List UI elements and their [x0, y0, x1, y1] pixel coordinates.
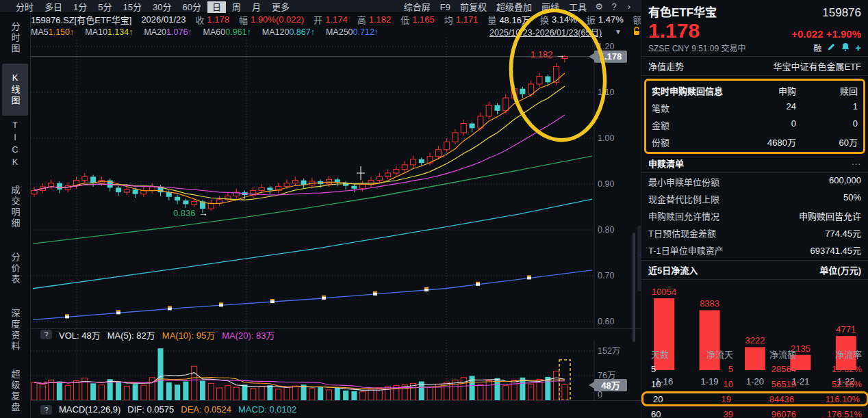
- nav-trend-label: 净值走势: [648, 60, 684, 73]
- stat-label: 开: [314, 13, 322, 26]
- sidebar-item-超级复盘[interactable]: 超级复盘: [2, 365, 28, 418]
- edit-icon[interactable]: [827, 42, 836, 53]
- ma-MA60: MA600.961↑: [203, 27, 251, 37]
- ma-label: MA5: [31, 27, 49, 37]
- stat-label: 高: [357, 13, 366, 26]
- subscribe-list-row: T-1日单位申赎资产693741.45元: [641, 241, 868, 259]
- sidebar-item-成交明细[interactable]: 成交明细: [2, 173, 28, 241]
- stat-收: 收1.178: [195, 13, 229, 26]
- stat-label: 均: [444, 13, 453, 26]
- stat-value: 1.182: [369, 14, 392, 25]
- volume-help-icon[interactable]: ?: [40, 330, 52, 339]
- ma-label: MA120: [262, 27, 290, 37]
- alert-bell-icon[interactable]: [841, 42, 850, 53]
- volume-chart[interactable]: 152万76万048万: [31, 340, 641, 400]
- ma-MA5: MA51.150↑: [31, 27, 74, 37]
- toolbar-画线[interactable]: 画线: [537, 1, 564, 13]
- toolbar-前复权[interactable]: 前复权: [455, 1, 492, 13]
- kline-chart[interactable]: 1.201.101.000.900.800.700.601.182→0.836→…: [31, 38, 641, 328]
- ma-value: 0.712↑: [353, 27, 379, 37]
- tab-30分[interactable]: 30分: [148, 1, 176, 13]
- ma-value: 0.961↑: [225, 27, 251, 37]
- net-inflow-table-row: 603996076176.51%: [641, 406, 868, 418]
- svg-text:0.70: 0.70: [598, 271, 614, 280]
- stat-开: 开1.174: [314, 13, 348, 26]
- realtime-box-row: 笔数241: [652, 99, 858, 116]
- subscribe-list-row: 申购赎回允许情况申购赎回皆允许: [641, 207, 868, 224]
- ma-values-row: MA51.150↑MA101.134↑MA201.076↑MA600.961↑M…: [31, 26, 641, 38]
- net-inflow-table-row: 10105651052.16%: [641, 376, 868, 391]
- date-range-selector[interactable]: 2025/10/23-2026/01/23(65日): [489, 25, 602, 38]
- nav-row[interactable]: 净值走势 华宝中证有色金属ETF: [641, 56, 868, 76]
- lock-icon[interactable]: [633, 27, 641, 38]
- stock-code-name: 159876.SZ[有色ETF华宝]: [31, 13, 131, 26]
- svg-text:152万: 152万: [598, 346, 620, 356]
- subscribe-list-row: 现金替代比例上限50%: [641, 190, 868, 207]
- chart-scrollbar[interactable]: [633, 233, 635, 342]
- stat-换: 换3.14%: [540, 13, 577, 26]
- net-inflow-header: 近5日净流入 单位(万元): [641, 260, 868, 280]
- sidebar-item-TICK[interactable]: TICK: [2, 116, 28, 173]
- sidebar-item-K线图[interactable]: K线图: [2, 64, 28, 116]
- svg-text:0: 0: [598, 390, 602, 400]
- svg-text:76万: 76万: [598, 371, 615, 380]
- svg-text:4771: 4771: [836, 324, 856, 335]
- add-watchlist-icon[interactable]: +: [855, 42, 861, 53]
- net-inflow-table: 天数净流天净流额净流率 552856419.62% 10105651052.16…: [641, 346, 868, 418]
- chevron-right-icon[interactable]: ›: [624, 1, 635, 12]
- stat-value: 1.174: [325, 14, 348, 25]
- svg-text:1.00: 1.00: [598, 133, 614, 143]
- subscribe-list-header: 申赎清单 ...: [641, 154, 868, 173]
- stat-label: 收: [195, 13, 204, 26]
- svg-text:8383: 8383: [700, 298, 719, 309]
- gear-icon[interactable]: ⚙: [593, 1, 604, 12]
- tab-60分[interactable]: 60分: [177, 1, 205, 13]
- stat-均: 均1.171: [444, 13, 478, 26]
- toolbar-F9[interactable]: F9: [435, 1, 455, 13]
- toolbar-工具[interactable]: 工具: [564, 1, 591, 13]
- sidebar-item-深度资料[interactable]: 深度资料: [2, 296, 28, 365]
- stat-value: 1.171: [456, 14, 478, 25]
- tab-日[interactable]: 日: [207, 1, 226, 13]
- tab-周[interactable]: 周: [227, 1, 246, 13]
- more-ellipsis[interactable]: ...: [852, 157, 861, 170]
- left-view-sidebar: 分时图K线图TICK成交明细分价表深度资料超级复盘: [0, 13, 31, 418]
- quote-time: 9:51:09: [691, 44, 719, 53]
- fund-full-name: 华宝中证有色金属ETF: [773, 60, 861, 73]
- macd-help-icon[interactable]: ?: [40, 405, 52, 415]
- stat-label: 量: [487, 13, 496, 26]
- net-inflow-table-header: 天数净流天净流额净流率: [641, 346, 868, 361]
- realtime-box-row: 金额00: [652, 116, 858, 133]
- tab-更多[interactable]: 更多: [267, 1, 294, 13]
- tab-5分[interactable]: 5分: [93, 1, 116, 13]
- stat-label: 振: [587, 13, 596, 26]
- tab-多日[interactable]: 多日: [40, 1, 67, 13]
- tab-1分[interactable]: 1分: [68, 1, 92, 13]
- svg-text:48万: 48万: [601, 380, 620, 391]
- help-icon[interactable]: ?: [609, 1, 620, 12]
- toolbar-综合屏[interactable]: 综合屏: [399, 1, 435, 13]
- stat-label: 幅: [239, 13, 248, 26]
- ma-label: MA10: [85, 27, 107, 37]
- subscribe-list-row: 最小申赎单位份额600,000: [641, 173, 868, 190]
- ma-value: 1.076↑: [166, 27, 192, 37]
- exchange-label: SZSE: [648, 44, 669, 53]
- svg-text:1.178: 1.178: [600, 51, 622, 62]
- sidebar-item-分价表[interactable]: 分价表: [2, 241, 28, 296]
- tab-15分[interactable]: 15分: [118, 1, 146, 13]
- chevron-down-icon[interactable]: ▼: [615, 28, 622, 36]
- toolbar-超级叠加[interactable]: 超级叠加: [492, 1, 537, 13]
- svg-text:0.836: 0.836: [173, 208, 196, 218]
- ma-label: MA20: [144, 27, 166, 37]
- ma-label: MA60: [203, 27, 226, 37]
- net-inflow-table-row: 552856419.62%: [641, 361, 868, 376]
- svg-text:0.90: 0.90: [598, 179, 614, 189]
- quote-date: 2026/01/23: [141, 14, 186, 25]
- stat-幅: 幅1.90%(0.022): [239, 13, 304, 26]
- sidebar-item-分时图[interactable]: 分时图: [2, 13, 28, 64]
- tab-分时[interactable]: 分时: [11, 1, 38, 13]
- stat-value: 1.47%: [598, 14, 624, 25]
- tab-月[interactable]: 月: [247, 1, 266, 13]
- ma-MA10: MA101.134↑: [85, 27, 133, 37]
- quote-info-row: 159876.SZ[有色ETF华宝] 2026/01/23 收1.178幅1.9…: [31, 13, 641, 26]
